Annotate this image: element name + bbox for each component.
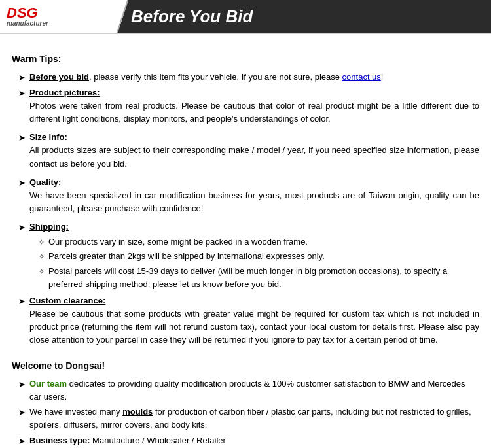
quality-label: Quality:	[29, 177, 61, 187]
custom-text: Please be cautious that some products wi…	[29, 307, 479, 347]
arrow-icon: ➤	[18, 377, 26, 391]
arrow-icon: ➤	[18, 294, 26, 308]
shipping-item-1: Our products vary in size, some might be…	[48, 235, 308, 249]
page-title: Before You Bid	[131, 7, 253, 27]
our-team-item: Our team dedicates to providing quality …	[29, 377, 479, 404]
shipping-section: Shipping: ✧ Our products vary in size, s…	[29, 220, 479, 292]
list-item: ➤ Before you bid, please verify this ite…	[18, 71, 479, 84]
warm-tips-list: ➤ Before you bid, please verify this ite…	[12, 71, 479, 351]
list-item: ➤ Product pictures: Photos were taken fr…	[18, 86, 479, 129]
logo-area: DSG manufacturer	[0, 0, 111, 33]
custom-section: Custom clearance: Please be cautious tha…	[29, 294, 479, 351]
welcome-list: ➤ Our team dedicates to providing qualit…	[12, 377, 479, 448]
product-pictures-section: Product pictures: Photos were taken from…	[29, 86, 479, 129]
logo: DSG manufacturer	[7, 6, 48, 27]
list-item: ➤ Business type: Manufacture / Wholesale…	[18, 434, 479, 448]
list-item: ➤ We have invested many moulds for produ…	[18, 405, 479, 432]
warm-tips-title: Warm Tips:	[12, 52, 479, 67]
welcome-title: Welcome to Dongsai!	[12, 359, 479, 373]
shipping-item-3: Postal parcels will cost 15-39 days to d…	[48, 265, 479, 291]
arrow-icon: ➤	[18, 131, 26, 145]
diamond-icon: ✧	[39, 235, 45, 248]
business-type-label: Business type:	[29, 436, 90, 445]
arrow-icon: ➤	[18, 405, 26, 419]
logo-manufacturer-text: manufacturer	[7, 20, 48, 27]
shipping-sub-list: ✧ Our products vary in size, some might …	[29, 235, 479, 291]
shipping-label: Shipping:	[29, 222, 69, 232]
list-item: ➤ Size info: All products sizes are subj…	[18, 131, 479, 173]
main-content: Warm Tips: ➤ Before you bid, please veri…	[0, 34, 491, 448]
list-item: ➤ Custom clearance: Please be cautious t…	[18, 294, 479, 351]
list-item: ➤ Our team dedicates to providing qualit…	[18, 377, 479, 404]
arrow-icon: ➤	[18, 71, 26, 84]
before-bid-text: Before you bid	[29, 72, 89, 82]
size-section: Size info: All products sizes are subjec…	[29, 131, 479, 173]
header-title-area: Before You Bid	[111, 0, 491, 33]
diamond-icon: ✧	[39, 265, 45, 277]
size-label: Size info:	[29, 132, 67, 142]
arrow-icon: ➤	[18, 176, 26, 190]
moulds-item: We have invested many moulds for product…	[29, 405, 479, 432]
list-item: ➤ Shipping: ✧ Our products vary in size,…	[18, 220, 479, 292]
custom-label: Custom clearance:	[29, 296, 105, 305]
arrow-icon: ➤	[18, 434, 26, 448]
list-item: ✧ Postal parcels will cost 15-39 days to…	[39, 265, 479, 291]
bid-tip: Before you bid, please verify this item …	[29, 71, 479, 84]
business-type-item: Business type: Manufacture / Wholesaler …	[29, 434, 479, 447]
diamond-icon: ✧	[39, 250, 45, 262]
quality-text: We have been specialized in car modifica…	[29, 189, 479, 215]
size-text: All products sizes are subject to their …	[29, 144, 479, 170]
moulds-text: moulds	[122, 407, 153, 417]
list-item: ✧ Parcels greater than 2kgs will be ship…	[39, 250, 479, 263]
page-header: DSG manufacturer Before You Bid	[0, 0, 491, 34]
list-item: ➤ Quality: We have been specialized in c…	[18, 176, 479, 218]
logo-dsg-text: DSG	[7, 6, 38, 20]
quality-section: Quality: We have been specialized in car…	[29, 176, 479, 218]
shipping-item-2: Parcels greater than 2kgs will be shippe…	[48, 250, 325, 263]
arrow-icon: ➤	[18, 86, 26, 100]
our-team-label: Our team	[29, 379, 67, 388]
product-text: Photos were taken from real products. Pl…	[29, 99, 479, 126]
product-label: Product pictures:	[29, 88, 100, 97]
contact-us-link[interactable]: contact us	[342, 72, 381, 82]
arrow-icon: ➤	[18, 220, 26, 234]
list-item: ✧ Our products vary in size, some might …	[39, 235, 479, 249]
